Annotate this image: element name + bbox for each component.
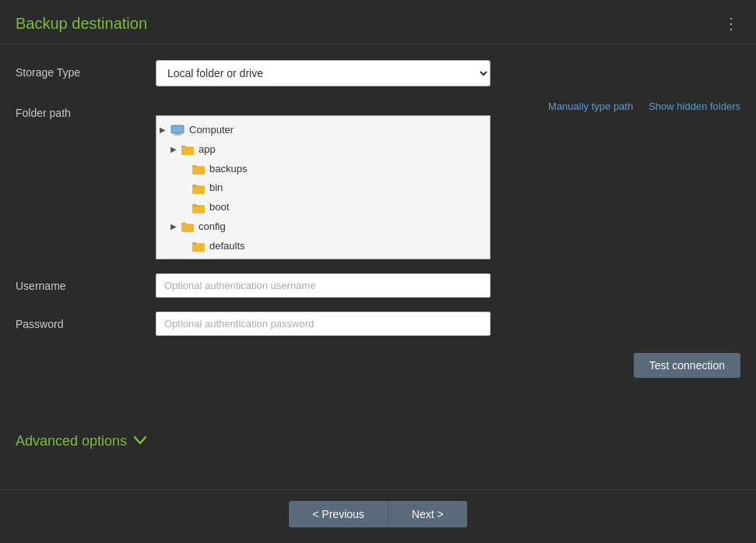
folder-path-label: Folder path [16, 100, 156, 119]
tree-label-dev: dev [199, 258, 215, 259]
show-hidden-folders-link[interactable]: Show hidden folders [649, 100, 740, 112]
manually-type-path-link[interactable]: Manually type path [548, 100, 633, 112]
page-container: Backup destination ⋮ Storage Type Local … [0, 0, 756, 543]
folder-path-control: Manually type path Show hidden folders [156, 100, 740, 259]
chevron-down-icon [133, 433, 147, 450]
tree-label-boot: boot [209, 199, 229, 216]
storage-type-control: Local folder or drive FTP SFTP S3 Azure … [156, 60, 740, 86]
password-input[interactable] [156, 312, 491, 336]
svg-rect-2 [174, 135, 181, 136]
test-connection-row: Test connection [16, 350, 740, 378]
folder-path-links: Manually type path Show hidden folders [156, 100, 740, 112]
tree-label-app: app [199, 142, 216, 158]
tree-item-dev[interactable]: ▶ dev [156, 256, 490, 259]
main-content: Storage Type Local folder or drive FTP S… [0, 44, 756, 421]
advanced-options-section[interactable]: Advanced options [0, 421, 756, 462]
test-connection-button[interactable]: Test connection [634, 353, 740, 378]
tree-label-computer: Computer [189, 122, 234, 139]
folder-path-row: Folder path Manually type path Show hidd… [16, 100, 740, 259]
tree-arrow-app: ▶ [171, 143, 181, 156]
footer: < Previous Next > [0, 489, 756, 543]
username-control [156, 273, 740, 298]
password-row: Password [16, 312, 740, 336]
tree-label-config: config [199, 219, 226, 235]
tree-item-defaults[interactable]: defaults [156, 237, 490, 256]
tree-item-bin[interactable]: bin [156, 178, 490, 198]
page-title: Backup destination [16, 15, 147, 33]
tree-item-config[interactable]: ▶ config [156, 217, 490, 237]
username-input[interactable] [156, 273, 491, 298]
password-label: Password [16, 312, 156, 330]
folder-icon-boot [192, 203, 205, 213]
tree-item-boot[interactable]: boot [156, 198, 490, 217]
folder-icon-backups [192, 164, 205, 175]
tree-arrow-computer [160, 124, 171, 136]
storage-type-label: Storage Type [16, 60, 156, 79]
tree-label-bin: bin [209, 180, 223, 196]
tree-item-backups[interactable]: backups [156, 160, 490, 179]
folder-tree-wrapper[interactable]: Computer ▶ app [156, 115, 491, 259]
tree-label-backups: backups [209, 161, 247, 178]
advanced-options-label: Advanced options [16, 433, 127, 450]
username-label: Username [16, 273, 156, 292]
next-button[interactable]: Next > [389, 501, 467, 527]
storage-type-select[interactable]: Local folder or drive FTP SFTP S3 Azure … [156, 60, 491, 86]
more-options-icon[interactable]: ⋮ [723, 14, 740, 33]
username-row: Username [16, 273, 740, 298]
folder-tree: Computer ▶ app [156, 116, 490, 259]
password-control [156, 312, 740, 336]
tree-arrow-config: ▶ [171, 220, 181, 233]
storage-type-row: Storage Type Local folder or drive FTP S… [16, 60, 740, 86]
tree-item-computer[interactable]: Computer [156, 121, 490, 140]
folder-icon-defaults [192, 241, 205, 252]
spacer [0, 462, 756, 489]
tree-item-app[interactable]: ▶ app [156, 140, 490, 160]
computer-icon [171, 125, 185, 136]
tree-label-defaults: defaults [209, 238, 245, 255]
header: Backup destination ⋮ [0, 0, 756, 44]
svg-rect-0 [171, 125, 184, 133]
folder-icon-app [181, 144, 194, 155]
folder-icon-bin [192, 183, 205, 194]
previous-button[interactable]: < Previous [289, 501, 389, 527]
folder-icon-config [181, 221, 194, 232]
